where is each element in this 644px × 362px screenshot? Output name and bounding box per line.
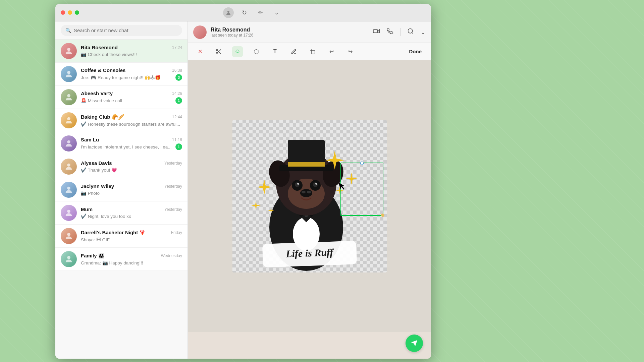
chat-item-abeesh[interactable]: Abeesh Varty 14:26 🚨 Missed voice call 1 bbox=[55, 86, 187, 109]
chat-preview: 📷 Check out these views!!! bbox=[81, 52, 137, 57]
svg-point-35 bbox=[307, 191, 311, 193]
text-tool[interactable]: T bbox=[270, 46, 280, 57]
chat-info: Family 👨‍👩‍👧 Wednesday Grandma: 📷 Happy … bbox=[81, 253, 182, 266]
contact-info: Rita Rosemond last seen today at 17:26 bbox=[211, 27, 369, 38]
svg-line-16 bbox=[219, 52, 221, 54]
chat-item-mum[interactable]: Mum Yesterday ✔️ Night, love you too xx bbox=[55, 201, 187, 225]
header-actions: ⌄ bbox=[373, 27, 426, 37]
svg-point-32 bbox=[315, 183, 317, 185]
emoji-sticker-tool[interactable]: ☺ bbox=[232, 46, 243, 57]
contact-status: last seen today at 17:26 bbox=[211, 33, 369, 38]
svg-rect-40 bbox=[288, 162, 325, 167]
chat-preview: ✔️ Night, love you too xx bbox=[81, 214, 131, 219]
avatar bbox=[61, 251, 77, 267]
sticker-tool[interactable]: ⬡ bbox=[251, 46, 262, 57]
chat-preview: 📷 Photo bbox=[81, 191, 100, 196]
avatar bbox=[61, 182, 77, 198]
chat-item-baking[interactable]: Baking Club 🥐🥖 12:44 ✔️ Honestly these s… bbox=[55, 109, 187, 132]
chat-name: Baking Club 🥐🥖 bbox=[81, 114, 124, 120]
chat-info: Coffee & Consoles 16:38 Joe: 🎮 Ready for… bbox=[81, 67, 182, 81]
svg-point-33 bbox=[300, 189, 312, 197]
editor-canvas: Life is Ruff bbox=[188, 60, 431, 332]
avatar bbox=[61, 112, 77, 128]
svg-point-13 bbox=[216, 49, 218, 51]
crop-tool[interactable] bbox=[307, 46, 318, 57]
chat-time: Yesterday bbox=[164, 184, 182, 189]
dropdown-icon[interactable]: ⌄ bbox=[271, 7, 282, 18]
svg-point-3 bbox=[67, 94, 70, 97]
svg-text:Life is Ruff: Life is Ruff bbox=[285, 246, 334, 259]
svg-rect-18 bbox=[312, 51, 315, 54]
chat-name: Mum bbox=[81, 206, 93, 212]
done-button[interactable]: Done bbox=[407, 47, 425, 56]
sparkle-left-small bbox=[251, 201, 261, 210]
contact-avatar bbox=[193, 25, 207, 39]
chat-preview: Grandma: 📷 Happy dancing!!! bbox=[81, 260, 143, 265]
search-icon[interactable] bbox=[407, 28, 414, 36]
chat-time: 17:24 bbox=[172, 45, 182, 50]
contact-name: Rita Rosemond bbox=[211, 27, 369, 33]
redo-tool[interactable]: ↪ bbox=[345, 46, 356, 57]
chat-item-alyssa[interactable]: Alyssa Davis Yesterday ✔️ Thank you! 💗 bbox=[55, 155, 187, 178]
chat-info: Baking Club 🥐🥖 12:44 ✔️ Honestly these s… bbox=[81, 114, 182, 127]
unread-badge: 3 bbox=[175, 74, 182, 81]
search-input-wrap[interactable]: 🔍 bbox=[61, 25, 182, 36]
svg-point-9 bbox=[67, 233, 70, 236]
minimize-button[interactable] bbox=[68, 10, 72, 15]
phone-call-icon[interactable] bbox=[387, 28, 393, 36]
chat-info: Alyssa Davis Yesterday ✔️ Thank you! 💗 bbox=[81, 160, 182, 173]
pen-tool[interactable] bbox=[288, 46, 299, 57]
svg-point-6 bbox=[67, 164, 70, 167]
chat-header: Rita Rosemond last seen today at 17:26 ⌄ bbox=[188, 21, 431, 43]
profile-avatar[interactable] bbox=[223, 7, 234, 18]
chat-item-rita[interactable]: Rita Rosemond 17:24 📷 Check out these vi… bbox=[55, 40, 187, 63]
maximize-button[interactable] bbox=[75, 10, 79, 15]
sidebar: 🔍 Rita Rosemond 17:24 📷 C bbox=[55, 21, 188, 359]
close-button[interactable] bbox=[61, 10, 65, 15]
sync-icon[interactable]: ↻ bbox=[239, 7, 250, 18]
close-tool[interactable]: ✕ bbox=[195, 46, 205, 57]
chat-preview: ✔️ Honestly these sourdough starters are… bbox=[81, 122, 180, 127]
chat-item-coffee[interactable]: Coffee & Consoles 16:38 Joe: 🎮 Ready for… bbox=[55, 63, 187, 86]
chat-item-jaclynn[interactable]: Jaclynn Wiley Yesterday 📷 Photo bbox=[55, 178, 187, 201]
main-area: 🔍 Rita Rosemond 17:24 📷 C bbox=[55, 21, 431, 359]
search-input[interactable] bbox=[74, 27, 177, 33]
chat-time: Friday bbox=[171, 230, 182, 235]
chat-item-darrell[interactable]: Darrell's Bachelor Night 🦞 Friday Shaya:… bbox=[55, 225, 187, 248]
editor-toolbar: ✕ ☺ ⬡ T ↩ ↪ Done bbox=[188, 43, 431, 60]
avatar bbox=[61, 159, 77, 175]
avatar bbox=[61, 228, 77, 244]
send-button[interactable] bbox=[406, 335, 423, 352]
sparkle-left-large bbox=[257, 180, 272, 194]
svg-point-7 bbox=[67, 187, 70, 190]
chat-name: Sam Lu bbox=[81, 137, 99, 142]
svg-point-12 bbox=[408, 29, 413, 33]
undo-tool[interactable]: ↩ bbox=[326, 46, 337, 57]
svg-rect-11 bbox=[373, 29, 378, 33]
more-dropdown-icon[interactable]: ⌄ bbox=[421, 28, 426, 36]
scissors-tool[interactable] bbox=[213, 46, 224, 57]
svg-point-34 bbox=[302, 191, 306, 193]
svg-point-0 bbox=[227, 11, 229, 13]
handle-top[interactable] bbox=[360, 162, 364, 165]
chat-time: Yesterday bbox=[164, 161, 182, 166]
svg-point-31 bbox=[297, 183, 299, 185]
svg-point-8 bbox=[67, 210, 70, 213]
video-call-icon[interactable] bbox=[373, 27, 380, 37]
svg-point-10 bbox=[67, 256, 70, 259]
chat-time: Yesterday bbox=[164, 207, 182, 212]
app-window: ↻ ✏ ⌄ 🔍 bbox=[55, 4, 431, 359]
chat-name: Alyssa Davis bbox=[81, 160, 112, 166]
search-bar: 🔍 bbox=[55, 21, 187, 40]
chat-time: 14:26 bbox=[172, 91, 182, 96]
traffic-lights bbox=[61, 10, 79, 15]
chat-name: Darrell's Bachelor Night 🦞 bbox=[81, 230, 146, 236]
chat-info: Darrell's Bachelor Night 🦞 Friday Shaya:… bbox=[81, 230, 182, 243]
chat-name: Coffee & Consoles bbox=[81, 67, 125, 73]
chat-name: Family 👨‍👩‍👧 bbox=[81, 253, 105, 259]
compose-icon[interactable]: ✏ bbox=[255, 7, 266, 18]
chat-item-sam[interactable]: Sam Lu 11:18 I'm lactose intolerant yet,… bbox=[55, 132, 187, 155]
avatar bbox=[61, 66, 77, 82]
svg-point-14 bbox=[216, 52, 218, 54]
chat-item-family[interactable]: Family 👨‍👩‍👧 Wednesday Grandma: 📷 Happy … bbox=[55, 248, 187, 271]
